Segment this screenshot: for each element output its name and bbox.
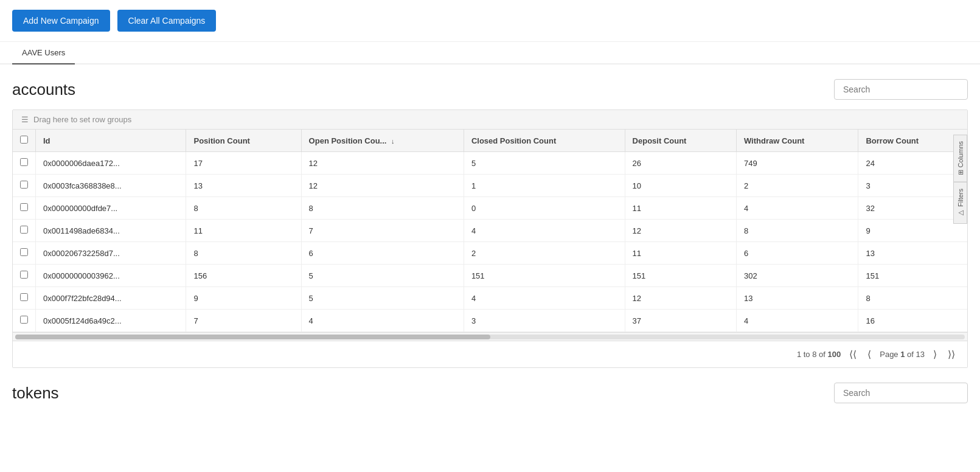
cell-borrow-count: 151 xyxy=(858,265,967,287)
cell-id: 0x0003fca368838e8... xyxy=(36,175,186,197)
row-checkbox-cell[interactable] xyxy=(13,152,36,175)
row-checkbox-cell[interactable] xyxy=(13,265,36,287)
cell-deposit-count: 10 xyxy=(625,175,736,197)
cell-open-position-count: 8 xyxy=(301,197,464,220)
table-row: 0x000000000dfde7... 8 8 0 11 4 32 xyxy=(13,197,967,220)
accounts-section: accounts ☰ Drag here to set row groups ⊞… xyxy=(0,64,980,368)
row-checkbox-cell[interactable] xyxy=(13,287,36,310)
row-checkbox-5[interactable] xyxy=(20,271,28,279)
accounts-header: accounts xyxy=(12,79,968,100)
table-row: 0x000206732258d7... 8 6 2 11 6 13 xyxy=(13,242,967,265)
table-header-row: Id Position Count Open Position Cou... ↓… xyxy=(13,130,967,152)
row-checkbox-7[interactable] xyxy=(20,316,28,324)
header-withdraw-count[interactable]: Withdraw Count xyxy=(736,130,858,152)
clear-campaigns-button[interactable]: Clear All Campaigns xyxy=(117,10,217,32)
row-checkbox-cell[interactable] xyxy=(13,220,36,242)
header-open-position-count[interactable]: Open Position Cou... ↓ xyxy=(301,130,464,152)
row-checkbox-cell[interactable] xyxy=(13,310,36,332)
cell-closed-position-count: 5 xyxy=(464,152,625,175)
side-buttons: ⊞ Columns ▷ Filters xyxy=(953,134,967,224)
row-checkbox-3[interactable] xyxy=(20,226,28,234)
header-closed-position-count[interactable]: Closed Position Count xyxy=(464,130,625,152)
horizontal-scrollbar[interactable] xyxy=(13,332,967,341)
row-checkbox-0[interactable] xyxy=(20,158,28,166)
cell-id: 0x0005f124d6a49c2... xyxy=(36,310,186,332)
cell-position-count: 11 xyxy=(186,220,301,242)
header-borrow-count[interactable]: Borrow Count xyxy=(858,130,967,152)
accounts-title: accounts xyxy=(12,80,75,99)
row-checkbox-1[interactable] xyxy=(20,181,28,189)
page-info: Page 1 of 13 xyxy=(880,350,925,359)
accounts-search-input[interactable] xyxy=(834,79,968,100)
next-page-button[interactable]: ⟩ xyxy=(931,347,939,361)
cell-withdraw-count: 13 xyxy=(736,287,858,310)
cell-closed-position-count: 4 xyxy=(464,220,625,242)
header-position-count[interactable]: Position Count xyxy=(186,130,301,152)
table-row: 0x0011498ade6834... 11 7 4 12 8 9 xyxy=(13,220,967,242)
tab-aave-users[interactable]: AAVE Users xyxy=(12,42,75,64)
scrollbar-track xyxy=(15,335,965,339)
tokens-header: tokens xyxy=(12,383,968,403)
cell-withdraw-count: 8 xyxy=(736,220,858,242)
cell-deposit-count: 12 xyxy=(625,287,736,310)
cell-id: 0x000206732258d7... xyxy=(36,242,186,265)
tokens-title: tokens xyxy=(12,384,59,403)
cell-id: 0x0000006daea172... xyxy=(36,152,186,175)
cell-open-position-count: 4 xyxy=(301,310,464,332)
drag-row-label: Drag here to set row groups xyxy=(33,115,131,124)
cell-position-count: 8 xyxy=(186,197,301,220)
table-scroll-container[interactable]: Id Position Count Open Position Cou... ↓… xyxy=(13,130,967,332)
cell-deposit-count: 151 xyxy=(625,265,736,287)
cell-position-count: 156 xyxy=(186,265,301,287)
table-row: 0x0003fca368838e8... 13 12 1 10 2 3 xyxy=(13,175,967,197)
last-page-button[interactable]: ⟩⟩ xyxy=(945,347,957,361)
row-checkbox-4[interactable] xyxy=(20,248,28,256)
cell-withdraw-count: 4 xyxy=(736,197,858,220)
cell-position-count: 9 xyxy=(186,287,301,310)
tokens-section: tokens xyxy=(0,368,980,403)
row-checkbox-cell[interactable] xyxy=(13,175,36,197)
filters-side-button[interactable]: ▷ Filters xyxy=(953,182,967,224)
cell-position-count: 7 xyxy=(186,310,301,332)
cell-id: 0x000000000dfde7... xyxy=(36,197,186,220)
cell-deposit-count: 12 xyxy=(625,220,736,242)
cell-withdraw-count: 6 xyxy=(736,242,858,265)
cell-position-count: 17 xyxy=(186,152,301,175)
cell-closed-position-count: 4 xyxy=(464,287,625,310)
scrollbar-thumb xyxy=(15,335,490,339)
columns-side-button[interactable]: ⊞ Columns xyxy=(953,134,967,182)
cell-borrow-count: 9 xyxy=(858,220,967,242)
cell-closed-position-count: 3 xyxy=(464,310,625,332)
header-deposit-count[interactable]: Deposit Count xyxy=(625,130,736,152)
row-checkbox-2[interactable] xyxy=(20,203,28,211)
row-checkbox-cell[interactable] xyxy=(13,242,36,265)
cell-open-position-count: 12 xyxy=(301,152,464,175)
table-row: 0x0005f124d6a49c2... 7 4 3 37 4 16 xyxy=(13,310,967,332)
add-campaign-button[interactable]: Add New Campaign xyxy=(12,10,110,32)
cell-closed-position-count: 2 xyxy=(464,242,625,265)
cell-open-position-count: 12 xyxy=(301,175,464,197)
table-row: 0x0000006daea172... 17 12 5 26 749 24 xyxy=(13,152,967,175)
table-row: 0x00000000003962... 156 5 151 151 302 15… xyxy=(13,265,967,287)
row-checkbox-6[interactable] xyxy=(20,293,28,301)
first-page-button[interactable]: ⟨⟨ xyxy=(847,347,859,361)
cell-withdraw-count: 2 xyxy=(736,175,858,197)
sort-desc-icon: ↓ xyxy=(391,137,395,145)
cell-closed-position-count: 1 xyxy=(464,175,625,197)
columns-icon: ⊞ xyxy=(956,170,964,175)
tokens-search-input[interactable] xyxy=(834,383,968,403)
cell-borrow-count: 32 xyxy=(858,197,967,220)
filters-icon: ▷ xyxy=(956,209,964,217)
header-checkbox-cell[interactable] xyxy=(13,130,36,152)
cell-borrow-count: 3 xyxy=(858,175,967,197)
row-checkbox-cell[interactable] xyxy=(13,197,36,220)
cell-open-position-count: 5 xyxy=(301,287,464,310)
cell-open-position-count: 7 xyxy=(301,220,464,242)
cell-borrow-count: 16 xyxy=(858,310,967,332)
select-all-checkbox[interactable] xyxy=(20,136,28,144)
cell-closed-position-count: 0 xyxy=(464,197,625,220)
prev-page-button[interactable]: ⟨ xyxy=(865,347,874,361)
cell-open-position-count: 5 xyxy=(301,265,464,287)
cell-deposit-count: 37 xyxy=(625,310,736,332)
header-id[interactable]: Id xyxy=(36,130,186,152)
